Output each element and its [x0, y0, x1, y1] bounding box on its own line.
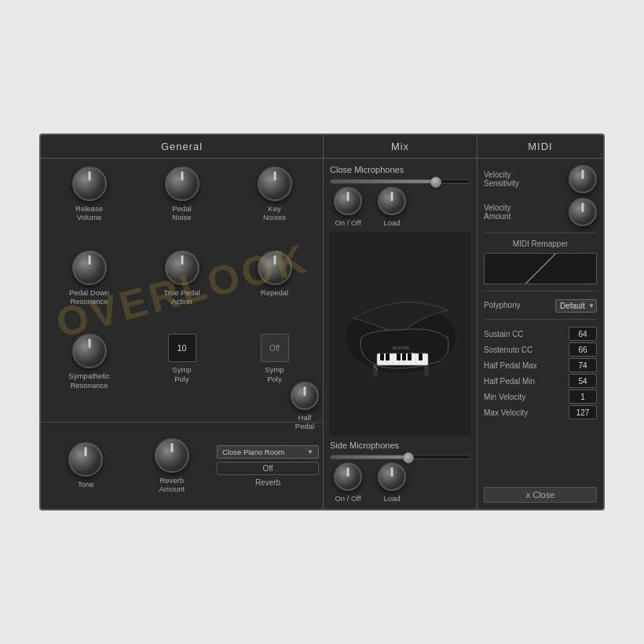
svg-rect-15 — [386, 353, 390, 360]
release-volume-knob[interactable] — [72, 166, 107, 201]
midi-param-value[interactable]: 64 — [569, 327, 597, 341]
reverb-dropdown-label: Close Piano Room — [222, 448, 304, 456]
midi-remapper-box[interactable] — [484, 253, 597, 284]
side-mic-slider-fill — [331, 456, 407, 459]
side-mic-on-off-knob[interactable] — [334, 463, 362, 491]
midi-param-row: Max Velocity 127 — [484, 404, 597, 420]
symp-poly-off[interactable]: Off — [261, 334, 289, 362]
velocity-sensitivity-label: VelocitySensitivity — [484, 170, 565, 188]
polyphony-select[interactable]: Default — [555, 299, 597, 313]
polyphony-dropdown-wrapper[interactable]: Default ▼ — [555, 298, 597, 313]
midi-header-label: MIDI — [528, 141, 552, 152]
midi-param-label: Sostenuto CC — [484, 346, 532, 354]
release-volume-label: ReleaseVolume — [75, 204, 103, 222]
side-mic-on-off-group: On / Off — [334, 463, 362, 503]
general-bottom: Half Pedal Tone ReverbAmount Close Piano… — [41, 423, 323, 509]
header-midi: MIDI — [478, 135, 603, 158]
velocity-sensitivity-knob[interactable] — [569, 165, 597, 193]
reverb-controls: Close Piano Room ▼ Off Reverb — [217, 445, 319, 487]
close-mic-slider-row — [330, 179, 470, 184]
key-noises-knob[interactable] — [258, 166, 292, 201]
knob-group-symp-poly: 10 SympPoly — [137, 334, 226, 414]
reverb-dropdown-container[interactable]: Close Piano Room ▼ — [217, 445, 319, 459]
midi-param-label: Min Velocity — [484, 393, 525, 401]
polyphony-row: Polyphony Default ▼ — [484, 298, 597, 313]
midi-param-row: Sostenuto CC 66 — [484, 342, 597, 357]
midi-param-label: Half Pedal Min — [484, 377, 535, 386]
svg-rect-1 — [373, 365, 378, 377]
pedal-noise-knob[interactable] — [165, 166, 199, 201]
close-mic-slider-track[interactable] — [330, 179, 470, 184]
general-top: OVERLOOK ReleaseVolume PedalNoise KeyNoi… — [41, 159, 323, 423]
close-mic-label: Close Microphones — [330, 165, 470, 174]
content-row: OVERLOOK ReleaseVolume PedalNoise KeyNoi… — [41, 159, 603, 509]
midi-panel: VelocitySensitivity VelocityAmount MIDI … — [478, 159, 603, 509]
midi-param-label: Sustain CC — [484, 330, 524, 338]
midi-param-row: Half Pedal Min 54 — [484, 373, 597, 389]
repedal-knob[interactable] — [258, 251, 292, 285]
midi-param-row: Sustain CC 64 — [484, 326, 597, 342]
close-mic-on-off-knob[interactable] — [334, 187, 362, 215]
reverb-amount-label: ReverbAmount — [159, 476, 185, 494]
side-mic-label: Side Microphones — [330, 441, 470, 450]
midi-param-label: Half Pedal Max — [484, 361, 537, 370]
symp-poly-label: SympPoly — [172, 365, 191, 383]
repedal-label: Repedal — [261, 288, 288, 297]
sympathetic-resonance-knob[interactable] — [72, 334, 107, 368]
knob-group-tone: Tone — [45, 442, 127, 488]
general-header-label: General — [161, 141, 203, 152]
close-mic-on-off-label: On / Off — [335, 218, 360, 227]
half-pedal-label: Half Pedal — [291, 413, 319, 431]
side-mic-on-off-label: On / Off — [335, 494, 360, 503]
side-mic-slider-thumb[interactable] — [403, 452, 414, 463]
midi-param-value[interactable]: 66 — [569, 342, 597, 357]
midi-param-value[interactable]: 127 — [569, 405, 597, 419]
side-mic-slider-track[interactable] — [330, 455, 470, 459]
close-mic-load-group: Load — [378, 187, 406, 227]
true-pedal-action-knob[interactable] — [165, 251, 199, 285]
piano-image-area: PLEYEL — [330, 232, 470, 435]
reverb-dropdown-arrow: ▼ — [307, 448, 313, 456]
svg-rect-19 — [419, 353, 423, 360]
reverb-off-value: Off — [217, 462, 319, 475]
plugin-container: General Mix MIDI OVERLOOK ReleaseVolume … — [39, 134, 605, 510]
header-mix: Mix — [324, 135, 478, 158]
close-mic-section: Close Microphones On / Off Load — [330, 165, 470, 227]
reverb-amount-knob[interactable] — [155, 438, 189, 473]
knob-group-key-noises: KeyNoises — [230, 166, 319, 247]
knob-group-pedal-down-resonance: Pedal DownResonance — [45, 251, 134, 331]
close-mic-slider-thumb[interactable] — [430, 177, 441, 188]
midi-param-row: Min Velocity 1 — [484, 389, 597, 404]
svg-rect-18 — [408, 353, 412, 360]
reverb-label: Reverb — [217, 478, 319, 487]
close-mic-load-knob[interactable] — [378, 187, 406, 215]
pedal-noise-label: PedalNoise — [172, 204, 191, 222]
mix-panel: Close Microphones On / Off Load — [324, 159, 478, 509]
piano-svg: PLEYEL — [338, 287, 463, 381]
knob-group-half-pedal: Half Pedal — [291, 382, 319, 431]
knob-group-pedal-noise: PedalNoise — [137, 166, 226, 247]
side-mic-load-label: Load — [383, 494, 400, 503]
velocity-amount-row: VelocityAmount — [484, 198, 597, 226]
midi-param-label: Max Velocity — [484, 408, 528, 417]
knob-group-sympathetic-resonance: SympatheticResonance — [45, 334, 134, 414]
knob-group-release-volume: ReleaseVolume — [45, 166, 134, 247]
symp-poly-off-label: SympPoly — [265, 365, 284, 383]
side-mic-controls: On / Off Load — [330, 463, 470, 503]
velocity-amount-knob[interactable] — [569, 198, 597, 226]
midi-param-value[interactable]: 54 — [569, 374, 597, 388]
midi-param-value[interactable]: 74 — [569, 358, 597, 372]
midi-remapper-label: MIDI Remapper — [484, 240, 597, 248]
midi-divider-3 — [484, 319, 597, 320]
close-button[interactable]: x Close — [484, 487, 597, 503]
symp-poly-value[interactable]: 10 — [168, 334, 196, 362]
half-pedal-knob[interactable] — [291, 382, 319, 410]
pedal-down-resonance-label: Pedal DownResonance — [69, 288, 109, 306]
midi-param-value[interactable]: 1 — [569, 390, 597, 404]
pedal-down-resonance-knob[interactable] — [72, 251, 107, 285]
side-mic-slider-row — [330, 455, 470, 459]
svg-rect-16 — [397, 353, 401, 360]
tone-knob[interactable] — [68, 442, 103, 477]
svg-text:PLEYEL: PLEYEL — [393, 346, 411, 350]
side-mic-load-knob[interactable] — [378, 463, 406, 491]
